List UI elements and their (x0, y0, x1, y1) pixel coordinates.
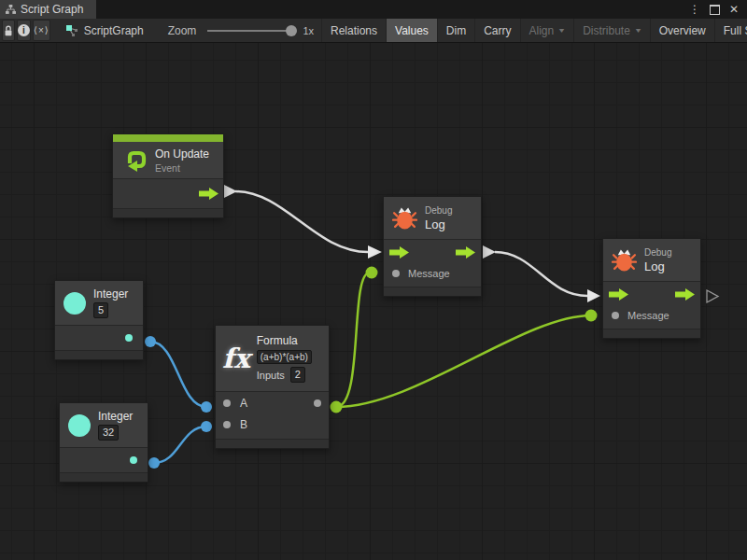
flow-connector-log2-out-empty[interactable] (707, 290, 718, 302)
integer-type-icon (68, 414, 91, 437)
integer-type-icon (63, 292, 86, 315)
wire-integer32-to-formula-b[interactable] (154, 427, 206, 463)
node-subtitle: Event (155, 162, 209, 174)
node-debug-log-2[interactable]: Debug Log Message (602, 238, 701, 339)
node-integer-32[interactable]: Integer 32 (59, 402, 148, 483)
node-header: Debug Log (603, 239, 700, 282)
value-input-port-b[interactable] (223, 421, 231, 428)
maximize-icon[interactable] (710, 5, 720, 15)
loop-event-icon (121, 147, 148, 174)
value-output-port[interactable] (130, 456, 137, 464)
integer-value-field[interactable]: 32 (98, 425, 119, 441)
flow-input-port[interactable] (389, 246, 409, 259)
zoom-slider-handle[interactable] (286, 25, 297, 36)
info-button[interactable]: i (17, 20, 31, 41)
window-controls: ⋮ ✕ (689, 0, 747, 19)
window-menu-icon[interactable]: ⋮ (689, 4, 700, 15)
node-header: Debug Log (384, 197, 481, 240)
flow-port-row (384, 240, 481, 264)
node-debug-log-1[interactable]: Debug Log Message (383, 196, 482, 297)
flow-input-port[interactable] (609, 288, 628, 301)
code-preview-button[interactable]: ⟨×⟩ (33, 20, 50, 41)
node-body (113, 179, 223, 208)
relations-button[interactable]: Relations (321, 19, 386, 42)
value-input-port[interactable] (392, 270, 400, 277)
node-footer (55, 350, 143, 359)
node-title: Integer (98, 410, 133, 423)
wire-formula-to-log1-message[interactable] (336, 273, 370, 407)
value-input-port[interactable] (612, 312, 619, 319)
value-output-port[interactable] (314, 399, 321, 407)
inputs-label: Inputs (257, 370, 285, 381)
lock-button[interactable] (2, 20, 15, 41)
message-port-row: Message (603, 306, 700, 329)
port-a-label: A (240, 397, 247, 410)
flow-output-port[interactable] (456, 246, 475, 259)
node-body (60, 448, 148, 472)
graph-canvas[interactable]: On Update Event (0, 43, 747, 560)
value-connector-formula-b-in[interactable] (201, 421, 212, 432)
value-connector-formula-out[interactable] (331, 401, 343, 413)
zoom-slider[interactable] (207, 30, 293, 32)
code-icon: ⟨×⟩ (34, 25, 49, 35)
graph-breadcrumb[interactable]: ScriptGraph (65, 24, 144, 37)
carry-button[interactable]: Carry (474, 19, 519, 42)
inputs-count-field[interactable]: 2 (290, 367, 305, 383)
node-formula[interactable]: fx Formula (a+b)*(a+b) Inputs 2 A (215, 325, 330, 449)
node-category: Debug (644, 247, 671, 258)
value-connector-formula-a-in[interactable] (201, 401, 212, 413)
integer-value-field[interactable]: 5 (93, 302, 108, 318)
values-button[interactable]: Values (386, 19, 437, 42)
value-connector-log1-message-in[interactable] (366, 267, 378, 279)
node-title: Log (425, 217, 452, 231)
fullscreen-button[interactable]: Full Screen (714, 19, 747, 42)
lock-icon (3, 24, 14, 37)
node-body: Message (603, 282, 700, 329)
value-connector-integer5-out[interactable] (145, 336, 156, 347)
flow-connector-onupdate-out[interactable] (224, 185, 237, 198)
tab-script-graph[interactable]: Script Graph (0, 0, 96, 19)
flow-connector-log1-in[interactable] (368, 245, 382, 259)
node-integer-5[interactable]: Integer 5 (54, 280, 144, 360)
flow-output-port[interactable] (675, 288, 695, 301)
formula-fx-icon: fx (222, 345, 250, 372)
flow-connector-log2-in[interactable] (587, 289, 600, 302)
node-body: A B (216, 392, 329, 439)
wire-onupdate-to-log1[interactable] (235, 191, 368, 252)
wire-formula-to-log2-message[interactable] (336, 315, 591, 407)
node-title: On Update (155, 147, 209, 161)
message-label: Message (627, 310, 669, 321)
wire-log1-to-log2[interactable] (495, 252, 587, 296)
chevron-down-icon: ▼ (634, 27, 642, 34)
node-footer (113, 208, 223, 217)
node-footer (216, 439, 329, 448)
script-graph-icon (65, 24, 78, 37)
flow-port-row (603, 282, 700, 306)
info-icon: i (18, 24, 30, 36)
port-row-b: B (216, 413, 329, 435)
node-on-update[interactable]: On Update Event (112, 133, 224, 218)
node-footer (384, 287, 481, 296)
dim-button[interactable]: Dim (437, 19, 474, 42)
flow-connector-log1-out[interactable] (483, 245, 496, 259)
node-header: fx Formula (a+b)*(a+b) Inputs 2 (216, 326, 329, 392)
value-connector-integer32-out[interactable] (148, 457, 160, 469)
node-footer (60, 472, 148, 482)
zoom-label: Zoom (168, 24, 197, 37)
node-body (55, 326, 143, 350)
script-graph-window: Script Graph ⋮ ✕ i ⟨×⟩ (0, 0, 747, 560)
formula-expression-field[interactable]: (a+b)*(a+b) (257, 350, 312, 364)
value-output-port[interactable] (125, 334, 133, 342)
bug-icon (612, 247, 637, 273)
wire-integer5-to-formula-a[interactable] (150, 342, 206, 407)
value-connector-log2-message-in[interactable] (585, 310, 598, 322)
close-icon[interactable]: ✕ (729, 4, 739, 15)
distribute-button[interactable]: Distribute ▼ (573, 19, 650, 42)
node-title: Log (644, 259, 671, 273)
message-label: Message (408, 268, 450, 279)
overview-button[interactable]: Overview (650, 19, 714, 42)
zoom-control: Zoom 1x (168, 24, 314, 37)
flow-output-port[interactable] (199, 188, 218, 200)
align-button[interactable]: Align ▼ (520, 19, 574, 42)
value-input-port-a[interactable] (223, 399, 231, 407)
